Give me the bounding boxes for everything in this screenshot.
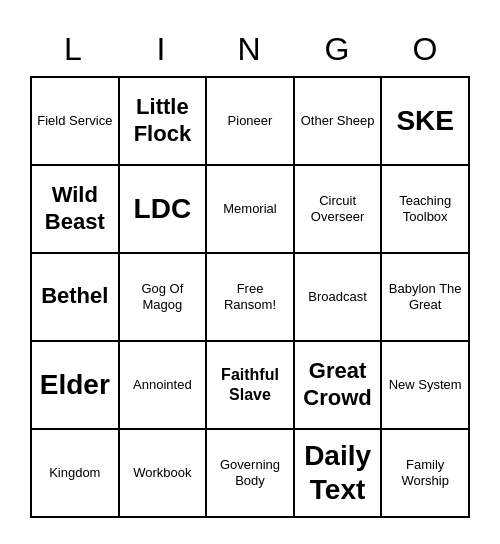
header-letter: G: [294, 27, 382, 72]
cell-text: Bethel: [41, 283, 108, 309]
cell-text: Elder: [40, 368, 110, 402]
bingo-cell: Circuit Overseer: [295, 166, 383, 254]
bingo-cell: Great Crowd: [295, 342, 383, 430]
cell-text: Daily Text: [299, 439, 377, 506]
bingo-cell: Elder: [32, 342, 120, 430]
cell-text: Teaching Toolbox: [386, 193, 464, 224]
cell-text: Kingdom: [49, 465, 100, 481]
cell-text: Little Flock: [124, 94, 202, 147]
cell-text: Governing Body: [211, 457, 289, 488]
cell-text: Family Worship: [386, 457, 464, 488]
bingo-cell: Faithful Slave: [207, 342, 295, 430]
bingo-cell: Family Worship: [382, 430, 470, 518]
bingo-cell: Teaching Toolbox: [382, 166, 470, 254]
cell-text: Faithful Slave: [211, 365, 289, 403]
header-letter: L: [30, 27, 118, 72]
cell-text: Annointed: [133, 377, 192, 393]
bingo-cell: LDC: [120, 166, 208, 254]
header-letter: I: [118, 27, 206, 72]
bingo-cell: Free Ransom!: [207, 254, 295, 342]
bingo-cell: Memorial: [207, 166, 295, 254]
cell-text: Wild Beast: [36, 182, 114, 235]
bingo-cell: Pioneer: [207, 78, 295, 166]
bingo-cell: Field Service: [32, 78, 120, 166]
cell-text: Gog Of Magog: [124, 281, 202, 312]
cell-text: Pioneer: [228, 113, 273, 129]
cell-text: LDC: [134, 192, 192, 226]
cell-text: Memorial: [223, 201, 276, 217]
bingo-cell: Gog Of Magog: [120, 254, 208, 342]
cell-text: SKE: [396, 104, 454, 138]
bingo-cell: Daily Text: [295, 430, 383, 518]
cell-text: Other Sheep: [301, 113, 375, 129]
bingo-cell: Other Sheep: [295, 78, 383, 166]
bingo-cell: Annointed: [120, 342, 208, 430]
bingo-cell: Bethel: [32, 254, 120, 342]
cell-text: Field Service: [37, 113, 112, 129]
bingo-cell: Workbook: [120, 430, 208, 518]
header-letter: O: [382, 27, 470, 72]
cell-text: New System: [389, 377, 462, 393]
cell-text: Broadcast: [308, 289, 367, 305]
bingo-card: LINGO Field ServiceLittle FlockPioneerOt…: [20, 17, 480, 528]
bingo-cell: Governing Body: [207, 430, 295, 518]
bingo-cell: SKE: [382, 78, 470, 166]
header-letter: N: [206, 27, 294, 72]
bingo-cell: New System: [382, 342, 470, 430]
cell-text: Workbook: [133, 465, 191, 481]
bingo-cell: Broadcast: [295, 254, 383, 342]
bingo-header: LINGO: [30, 27, 470, 72]
cell-text: Babylon The Great: [386, 281, 464, 312]
cell-text: Circuit Overseer: [299, 193, 377, 224]
bingo-cell: Babylon The Great: [382, 254, 470, 342]
bingo-cell: Kingdom: [32, 430, 120, 518]
bingo-grid: Field ServiceLittle FlockPioneerOther Sh…: [30, 76, 470, 518]
cell-text: Great Crowd: [299, 358, 377, 411]
bingo-cell: Little Flock: [120, 78, 208, 166]
cell-text: Free Ransom!: [211, 281, 289, 312]
bingo-cell: Wild Beast: [32, 166, 120, 254]
